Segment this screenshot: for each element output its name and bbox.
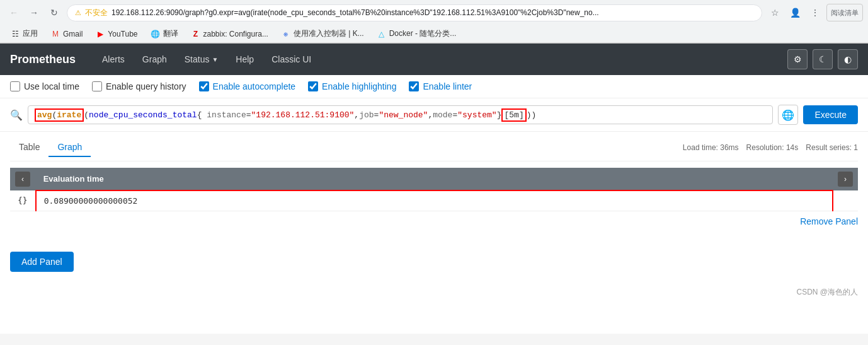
bookmark-k8s[interactable]: ⎈ 使用准入控制器 | K...	[276, 26, 369, 41]
metric-label: {}	[18, 196, 28, 205]
enable-autocomplete-checkbox[interactable]	[199, 81, 209, 91]
tab-graph[interactable]: Graph	[49, 138, 91, 157]
address-bar[interactable]: ⚠ 不安全 192.168.112.26:9090/graph?g0.expr=…	[67, 4, 762, 21]
navbar-nav: Alerts Graph Status ▼ Help Classic UI	[94, 49, 319, 69]
nav-status[interactable]: Status ▼	[177, 49, 226, 69]
bookmark-gmail-label: Gmail	[63, 30, 83, 38]
dropdown-arrow-icon: ▼	[212, 56, 218, 63]
remove-panel-button[interactable]: Remove Panel	[800, 216, 858, 226]
bookmark-youtube-label: YouTube	[108, 30, 137, 38]
result-series: Result series: 1	[806, 143, 858, 152]
value-cell: 0.08900000000000052	[36, 190, 833, 211]
forward-button[interactable]: →	[25, 4, 43, 21]
watermark-text: CSDN @海色的人	[796, 288, 858, 296]
enable-autocomplete-option[interactable]: Enable autocomplete	[199, 81, 296, 91]
enable-linter-option[interactable]: Enable linter	[409, 81, 472, 91]
browser-actions: ☆ 👤 ⋮ 阅读清单	[766, 4, 863, 21]
watermark: CSDN @海色的人	[0, 282, 868, 303]
nav-graph[interactable]: Graph	[135, 49, 174, 69]
nav-classic-ui[interactable]: Classic UI	[264, 49, 319, 69]
enable-query-history-option[interactable]: Enable query history	[92, 81, 186, 91]
query-avg-irate-highlight: avg(irate	[35, 108, 84, 122]
youtube-icon: ▶	[95, 29, 105, 39]
moon-theme-btn[interactable]: ☾	[813, 49, 833, 69]
options-bar: Use local time Enable query history Enab…	[0, 75, 868, 98]
nav-buttons: ← → ↻	[5, 4, 63, 21]
gmail-icon: M	[50, 29, 60, 39]
docker-icon: △	[377, 29, 387, 39]
metric-cell: {}	[10, 190, 36, 211]
reload-button[interactable]: ↻	[45, 4, 63, 21]
resolution: Resolution: 14s	[746, 143, 799, 152]
load-time: Load time: 36ms	[683, 143, 739, 152]
enable-query-history-label: Enable query history	[106, 81, 186, 91]
bookmark-k8s-label: 使用准入控制器 | K...	[294, 28, 364, 39]
bookmark-apps-label: 应用	[23, 28, 38, 39]
use-local-time-checkbox[interactable]	[10, 81, 20, 91]
enable-linter-label: Enable linter	[423, 81, 472, 91]
enable-linter-checkbox[interactable]	[409, 81, 419, 91]
k8s-icon: ⎈	[281, 29, 291, 39]
results-header: Table Graph Load time: 36ms Resolution: …	[10, 132, 858, 161]
nav-status-label: Status	[185, 54, 210, 64]
back-button[interactable]: ←	[5, 4, 23, 21]
query-bar: 🔍 avg(irate(node_cpu_seconds_total{ inst…	[0, 98, 868, 132]
bookmark-apps[interactable]: ☷ 应用	[5, 26, 43, 41]
execute-button[interactable]: Execute	[803, 105, 858, 124]
bookmark-docker[interactable]: △ Docker - 随笔分类...	[372, 26, 462, 41]
nav-alerts[interactable]: Alerts	[94, 49, 132, 69]
nav-help[interactable]: Help	[228, 49, 261, 69]
contrast-theme-btn[interactable]: ◐	[838, 49, 858, 69]
extra-cell	[833, 190, 858, 211]
enable-query-history-checkbox[interactable]	[92, 81, 102, 91]
address-text: 192.168.112.26:9090/graph?g0.expr=avg(ir…	[111, 8, 754, 17]
bookmark-gmail[interactable]: M Gmail	[45, 27, 88, 41]
use-local-time-option[interactable]: Use local time	[10, 81, 79, 91]
use-local-time-label: Use local time	[24, 81, 79, 91]
bookmark-zabbix[interactable]: Z zabbix: Configura...	[186, 27, 273, 41]
globe-button[interactable]: 🌐	[778, 105, 798, 125]
query-input[interactable]: avg(irate(node_cpu_seconds_total{ instan…	[28, 105, 773, 124]
prometheus-app: Prometheus Alerts Graph Status ▼ Help Cl…	[0, 44, 868, 334]
bookmark-youtube[interactable]: ▶ YouTube	[90, 27, 142, 41]
query-text: avg(irate(node_cpu_seconds_total{ instan…	[35, 108, 536, 122]
navbar: Prometheus Alerts Graph Status ▼ Help Cl…	[0, 44, 868, 75]
bookmark-translate-label: 翻译	[163, 28, 178, 39]
browser-toolbar: ← → ↻ ⚠ 不安全 192.168.112.26:9090/graph?g0…	[0, 0, 868, 25]
remove-panel-wrap: Remove Panel	[10, 211, 858, 231]
gear-theme-btn[interactable]: ⚙	[787, 49, 808, 69]
next-th: ›	[833, 168, 858, 190]
enable-autocomplete-label: Enable autocomplete	[213, 81, 296, 91]
navbar-brand[interactable]: Prometheus	[10, 53, 76, 66]
eval-time-header: Evaluation time	[36, 168, 833, 190]
navbar-right: ⚙ ☾ ◐	[787, 49, 858, 69]
grid-icon: ☷	[10, 29, 20, 39]
prev-th: ‹	[10, 168, 36, 190]
profile-btn[interactable]: 👤	[786, 4, 804, 21]
query-range-highlight: [5m]	[501, 108, 526, 122]
bookmark-translate[interactable]: 🌐 翻译	[146, 26, 183, 41]
add-panel-button[interactable]: Add Panel	[10, 252, 74, 272]
enable-highlighting-checkbox[interactable]	[308, 81, 318, 91]
reading-list-btn[interactable]: 阅读清单	[826, 4, 863, 21]
add-panel-section: Add Panel	[0, 242, 868, 282]
prev-eval-button[interactable]: ‹	[15, 172, 30, 187]
translate-icon: 🌐	[151, 29, 161, 39]
security-icon: ⚠	[75, 9, 81, 17]
more-menu-btn[interactable]: ⋮	[806, 4, 824, 21]
search-icon: 🔍	[10, 109, 23, 121]
tab-list: Table Graph	[10, 138, 91, 157]
bookmark-docker-label: Docker - 随笔分类...	[389, 28, 457, 39]
result-table: ‹ Evaluation time › {} 0.089000000000000…	[10, 168, 858, 211]
security-label: 不安全	[85, 8, 108, 18]
enable-highlighting-label: Enable highlighting	[322, 81, 396, 91]
zabbix-icon: Z	[191, 29, 201, 39]
next-eval-button[interactable]: ›	[838, 172, 853, 187]
enable-highlighting-option[interactable]: Enable highlighting	[308, 81, 396, 91]
results-meta: Load time: 36ms Resolution: 14s Result s…	[683, 143, 858, 152]
bookmarks-bar: ☷ 应用 M Gmail ▶ YouTube 🌐 翻译 Z zabbix: Co…	[0, 25, 868, 43]
tab-table[interactable]: Table	[10, 138, 49, 157]
bookmark-zabbix-label: zabbix: Configura...	[203, 30, 268, 38]
bookmark-star[interactable]: ☆	[766, 4, 784, 21]
results-area: Table Graph Load time: 36ms Resolution: …	[0, 132, 868, 242]
